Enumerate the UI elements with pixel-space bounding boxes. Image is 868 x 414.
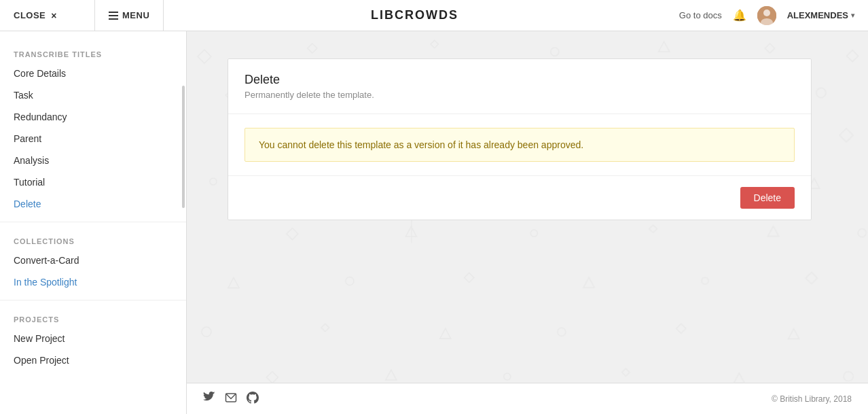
avatar-icon	[757, 6, 776, 25]
sidebar-scrollbar[interactable]	[182, 86, 185, 208]
username-menu[interactable]: ALEXMENDES ▾	[787, 10, 854, 20]
svg-marker-47	[385, 370, 396, 380]
sidebar-divider-2	[0, 300, 186, 300]
email-icon[interactable]	[225, 392, 237, 407]
close-button[interactable]: CLOSE ×	[0, 0, 95, 31]
bell-icon[interactable]: 🔔	[733, 9, 746, 22]
svg-rect-39	[806, 272, 817, 283]
warning-message: You cannot delete this template as a ver…	[245, 128, 795, 162]
close-icon: ×	[51, 10, 57, 21]
svg-marker-37	[583, 277, 594, 288]
sidebar-item-core-details[interactable]: Core Details	[0, 63, 186, 84]
card-body: You cannot delete this template as a ver…	[228, 114, 811, 175]
twitter-icon[interactable]	[203, 392, 215, 407]
sidebar-item-new-project[interactable]: New Project	[0, 328, 186, 349]
sidebar-item-open-project[interactable]: Open Project	[0, 349, 186, 371]
username-label: ALEXMENDES	[787, 10, 848, 20]
menu-lines-icon	[109, 12, 118, 20]
main-footer: © British Library, 2018	[187, 383, 868, 414]
docs-link[interactable]: Go to docs	[679, 10, 722, 20]
svg-marker-34	[228, 277, 239, 288]
main-content: Delete Permanently delete the template. …	[187, 31, 868, 414]
header-right: Go to docs 🔔 ALEXMENDES ▾	[666, 6, 868, 25]
svg-marker-42	[440, 328, 451, 339]
sidebar-item-in-the-spotlight[interactable]: In the Spotlight	[0, 271, 186, 293]
sidebar-item-redundancy[interactable]: Redundancy	[0, 106, 186, 128]
card-subtitle: Permanently delete the template.	[245, 90, 795, 100]
svg-point-40	[202, 327, 211, 337]
footer-copyright: © British Library, 2018	[772, 394, 852, 404]
svg-point-51	[844, 372, 853, 381]
content-area: Delete Permanently delete the template. …	[187, 31, 868, 247]
svg-rect-41	[321, 324, 329, 332]
svg-rect-36	[465, 273, 474, 282]
sidebar-item-delete[interactable]: Delete	[0, 193, 186, 215]
dropdown-caret-icon: ▾	[851, 12, 854, 19]
svg-marker-50	[734, 373, 744, 383]
svg-rect-49	[622, 368, 630, 376]
sidebar-section-transcribe: TRANSCRIBE TITLES	[0, 42, 186, 63]
delete-card: Delete Permanently delete the template. …	[228, 58, 812, 220]
svg-marker-45	[789, 328, 799, 339]
sidebar-item-analysis[interactable]: Analysis	[0, 150, 186, 171]
delete-button[interactable]: Delete	[740, 187, 795, 209]
avatar	[757, 6, 776, 25]
menu-label: MENU	[122, 10, 149, 20]
svg-point-38	[702, 277, 708, 284]
card-header: Delete Permanently delete the template.	[228, 59, 811, 114]
github-icon[interactable]	[247, 392, 259, 407]
header: CLOSE × MENU LIBCROWDS Go to docs 🔔 ALEX…	[0, 0, 868, 31]
svg-rect-46	[266, 371, 278, 383]
body: TRANSCRIBE TITLES Core Details Task Redu…	[0, 31, 868, 414]
brand-logo: LIBCROWDS	[164, 8, 666, 22]
close-label: CLOSE	[14, 10, 46, 20]
sidebar-item-convert-a-card[interactable]: Convert-a-Card	[0, 249, 186, 271]
svg-point-43	[558, 328, 566, 336]
card-footer: Delete	[228, 175, 811, 220]
svg-rect-44	[676, 324, 686, 333]
card-title: Delete	[245, 73, 795, 87]
sidebar-divider-1	[0, 222, 186, 222]
sidebar-item-parent[interactable]: Parent	[0, 128, 186, 150]
sidebar-section-collections: COLLECTIONS	[0, 229, 186, 249]
svg-point-48	[503, 373, 510, 380]
sidebar-item-tutorial[interactable]: Tutorial	[0, 171, 186, 193]
svg-point-35	[346, 277, 354, 285]
menu-button[interactable]: MENU	[95, 0, 164, 31]
sidebar-item-task[interactable]: Task	[0, 84, 186, 106]
footer-icons	[203, 392, 259, 407]
sidebar: TRANSCRIBE TITLES Core Details Task Redu…	[0, 31, 187, 414]
svg-point-1	[763, 10, 770, 16]
sidebar-section-projects: PROJECTS	[0, 307, 186, 328]
